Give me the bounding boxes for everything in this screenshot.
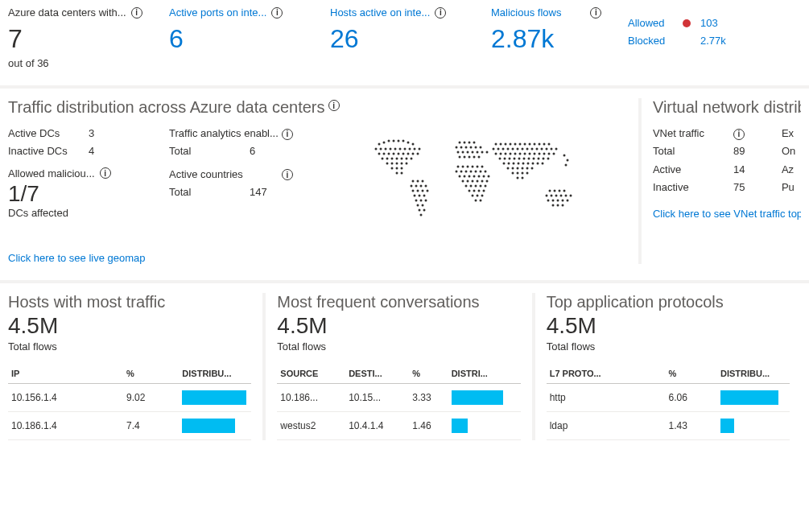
svg-point-204 [559, 190, 561, 192]
pct-cell: 1.46 [409, 412, 448, 440]
col-dist[interactable]: DISTRIBU... [179, 364, 251, 384]
info-icon[interactable]: i [733, 129, 745, 140]
pct-cell: 7.4 [123, 412, 179, 440]
info-icon[interactable]: i [100, 167, 111, 179]
svg-point-61 [417, 204, 419, 207]
svg-point-43 [401, 172, 403, 175]
svg-point-213 [552, 200, 555, 202]
bar-fill [720, 419, 734, 433]
svg-point-124 [477, 195, 479, 197]
svg-point-151 [546, 148, 548, 151]
svg-point-205 [563, 190, 566, 192]
info-icon[interactable]: i [435, 7, 446, 19]
svg-point-46 [422, 180, 424, 183]
col-ip[interactable]: IP [8, 364, 123, 384]
svg-point-74 [475, 146, 477, 149]
info-icon[interactable]: i [590, 7, 601, 19]
metric-value[interactable]: 6 [169, 23, 322, 54]
metric-value[interactable]: 2.87k [491, 23, 620, 54]
svg-point-90 [467, 166, 469, 168]
table-row[interactable]: 10.186... 10.15... 3.33 [277, 384, 520, 412]
info-icon[interactable]: i [131, 7, 142, 19]
col-dist[interactable]: DISTRIBU... [717, 364, 790, 384]
vnet-topology-link[interactable]: Click here to see VNet traffic topol [653, 208, 801, 220]
svg-point-67 [464, 142, 466, 144]
svg-point-179 [508, 163, 510, 165]
countries-total-row: Total 147 [169, 184, 330, 201]
metric-hosts-active[interactable]: Hosts active on inte... i 26 [330, 6, 491, 69]
allowed-row[interactable]: Allowed 103 [628, 14, 741, 32]
svg-point-89 [462, 166, 464, 168]
malicious-breakdown: Allowed 103 Blocked 2.77k [628, 6, 741, 69]
table-row[interactable]: 10.156.1.4 9.02 [8, 384, 251, 412]
svg-point-190 [522, 167, 524, 170]
col-dist[interactable]: DISTRI... [448, 364, 521, 384]
col-pct[interactable]: % [123, 364, 179, 384]
svg-point-55 [414, 195, 416, 197]
col-pct[interactable]: % [409, 364, 448, 384]
col-pct[interactable]: % [666, 364, 717, 384]
svg-point-201 [565, 164, 568, 167]
svg-point-114 [465, 185, 468, 188]
total-label: Total flows [8, 340, 251, 353]
svg-point-189 [517, 167, 519, 170]
metric-malicious-flows[interactable]: Malicious flows i 2.87k [491, 6, 628, 69]
svg-point-112 [481, 180, 484, 183]
info-icon[interactable]: i [271, 7, 283, 19]
svg-point-100 [485, 171, 487, 173]
info-icon[interactable]: i [282, 129, 293, 140]
svg-point-141 [497, 148, 500, 151]
panel-title: Most frequent conversations [277, 293, 520, 311]
svg-point-138 [543, 143, 546, 146]
active-dc-row: Active DCs 3 [8, 125, 169, 142]
svg-point-191 [526, 167, 529, 170]
table-row[interactable]: http 6.06 [547, 384, 790, 412]
svg-point-65 [420, 214, 423, 217]
svg-point-18 [378, 153, 381, 155]
value: 14 [733, 161, 766, 179]
metric-azure-dc: Azure data centers with... i 7 out of 36 [8, 6, 169, 69]
info-icon[interactable]: i [328, 100, 340, 111]
col-source[interactable]: SOURCE [277, 364, 345, 384]
svg-point-6 [407, 142, 410, 144]
svg-point-137 [539, 143, 541, 146]
metric-active-ports[interactable]: Active ports on inte... i 6 [169, 6, 330, 69]
info-icon[interactable]: i [282, 169, 293, 180]
svg-point-219 [562, 204, 564, 207]
traffic-distribution-panel: Traffic distribution across Azure data c… [8, 98, 642, 264]
svg-point-39 [391, 167, 394, 170]
svg-point-116 [475, 185, 477, 188]
svg-point-214 [557, 200, 559, 202]
vnet-inactive-row: Inactive 75 [653, 179, 766, 196]
live-geomap-link[interactable]: Click here to see live geomap [8, 252, 146, 264]
conversations-panel: Most frequent conversations 4.5M Total f… [262, 293, 531, 440]
table-row[interactable]: 10.186.1.4 7.4 [8, 412, 251, 440]
table-row[interactable]: westus2 10.4.1.4 1.46 [277, 412, 520, 440]
metric-title[interactable]: Malicious flows i [491, 6, 620, 19]
svg-point-133 [519, 143, 522, 146]
proto-cell: http [547, 384, 666, 412]
metric-title[interactable]: Active ports on inte... i [169, 6, 322, 19]
svg-point-217 [552, 204, 555, 207]
svg-point-131 [510, 143, 512, 146]
svg-point-40 [396, 167, 398, 170]
svg-point-119 [468, 190, 471, 192]
svg-point-64 [423, 209, 426, 212]
col-proto[interactable]: L7 PROTO... [547, 364, 666, 384]
svg-point-195 [522, 172, 524, 175]
blocked-row[interactable]: Blocked 2.77k [628, 32, 741, 50]
metric-value[interactable]: 26 [330, 23, 483, 54]
metric-title[interactable]: Hosts active on inte... i [330, 6, 483, 19]
label: Inactive [653, 179, 733, 196]
col-dest[interactable]: DESTI... [345, 364, 409, 384]
svg-point-128 [495, 143, 497, 146]
metric-title-text: Active ports on inte... [169, 6, 266, 19]
svg-point-106 [483, 175, 485, 178]
svg-point-171 [518, 158, 521, 160]
svg-point-77 [462, 151, 464, 154]
conversations-table: SOURCE DESTI... % DISTRI... 10.186... 10… [277, 364, 520, 440]
vnet-traffic-row: VNet traffic i [653, 125, 766, 142]
svg-point-155 [500, 153, 502, 155]
svg-point-38 [406, 163, 408, 165]
table-row[interactable]: ldap 1.43 [547, 412, 790, 440]
